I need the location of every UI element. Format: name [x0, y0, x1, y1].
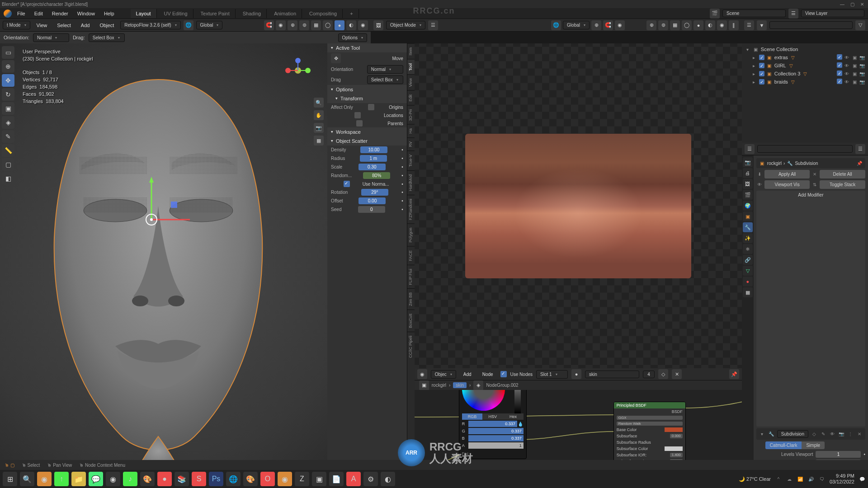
tab-hex[interactable]: Hex: [503, 413, 523, 420]
a-slider[interactable]: 1: [468, 442, 524, 449]
prop-tab-object[interactable]: ▣: [743, 211, 753, 221]
panel-transform[interactable]: Transform: [327, 94, 407, 103]
vtab-edit[interactable]: Edit: [407, 90, 415, 105]
prop-tab-render[interactable]: 📷: [743, 157, 753, 167]
prop-tab-physics[interactable]: ⚛: [743, 244, 753, 254]
window-minimize[interactable]: —: [838, 1, 846, 7]
menu-help[interactable]: Help: [100, 9, 118, 18]
cb-use-nodes[interactable]: [500, 371, 507, 377]
pause-icon[interactable]: ‖: [729, 20, 739, 30]
pin-icon[interactable]: 📌: [856, 160, 863, 166]
scale-tool[interactable]: ▣: [2, 102, 14, 115]
apply-icon[interactable]: ⬇: [756, 171, 763, 178]
scene-icon[interactable]: 🎬: [710, 9, 720, 19]
tb-app4-icon[interactable]: 🎨: [140, 472, 155, 486]
ne-add[interactable]: Add: [460, 371, 475, 378]
workspace-texpaint[interactable]: Texture Paint: [195, 9, 236, 18]
windows-taskbar[interactable]: ⊞ 🔍 ◉ ↑ 📁 💬 ◉ ♪ 🎨 ● 📚 S Ps 🌐 🎨 O ◉ Z ▣ 📄…: [0, 470, 868, 488]
cb-locations[interactable]: [354, 112, 361, 118]
tb-app3-icon[interactable]: ◉: [106, 472, 120, 486]
shading-matprev-icon[interactable]: ◐: [346, 20, 356, 30]
mod-edit-icon[interactable]: ✎: [820, 431, 826, 437]
mat-shield-icon[interactable]: ◇: [658, 369, 668, 379]
window-maximize[interactable]: ▢: [848, 1, 856, 7]
viewport-vis-button[interactable]: Viewport Vis: [764, 180, 810, 189]
simple-button[interactable]: Simple: [802, 441, 825, 449]
sh-solid-icon[interactable]: ●: [693, 20, 703, 30]
value-slider[interactable]: [514, 390, 521, 413]
prop-tab-material[interactable]: ●: [743, 277, 753, 286]
tb-blender-icon[interactable]: ◉: [37, 472, 52, 486]
g-slider[interactable]: 0.337: [468, 428, 524, 434]
r-slider[interactable]: 0.337: [468, 421, 517, 427]
toggle-stack-button[interactable]: Toggle Stack: [820, 180, 865, 189]
vtab-ha[interactable]: Ha: [407, 124, 415, 137]
drag-select[interactable]: Select Box: [367, 75, 403, 84]
levels-viewport-field[interactable]: 1: [816, 451, 861, 458]
tb-app5-icon[interactable]: ●: [157, 472, 172, 486]
mat-pin-icon[interactable]: 📌: [729, 369, 739, 379]
tb-whatsapp-icon[interactable]: 💬: [89, 472, 103, 486]
tb-chrome-icon[interactable]: 🌐: [226, 472, 241, 486]
tree-extras[interactable]: ▸▣extras▽ 👁▣📷: [745, 53, 865, 61]
snap-icon[interactable]: 🧲: [264, 20, 274, 30]
tb-app1-icon[interactable]: ↑: [54, 472, 69, 486]
eyedropper-icon[interactable]: 💧: [517, 421, 524, 427]
workspace-compositing[interactable]: Compositing: [304, 9, 343, 18]
rotation-field[interactable]: 29°: [361, 189, 388, 196]
mode-selector[interactable]: t Mode: [3, 21, 30, 29]
vtab-fzrandom[interactable]: FZRandomi: [407, 195, 415, 224]
tb-spotify-icon[interactable]: ♪: [123, 472, 137, 486]
measure-tool[interactable]: 📏: [2, 144, 14, 157]
window-close[interactable]: ✕: [858, 1, 866, 7]
select-tool[interactable]: ▭: [2, 46, 14, 59]
search-icon[interactable]: 🔍: [20, 472, 34, 486]
drag-dropdown[interactable]: Select Box: [89, 33, 125, 42]
vis-icon[interactable]: 👁: [756, 182, 763, 188]
vtab-face[interactable]: FACE: [407, 246, 415, 265]
toggle-icon[interactable]: ⇅: [811, 182, 818, 188]
hamburger-icon[interactable]: ☰: [428, 20, 438, 30]
prop-tab-constraint[interactable]: 🔗: [743, 255, 753, 265]
modifier-subdivision[interactable]: ▾🔧 Subdivision ◇ ✎ 👁 📷 ⋮ ✕: [756, 428, 865, 440]
panel-object-scatter[interactable]: Object Scatter: [327, 136, 407, 145]
menu-file[interactable]: File: [14, 9, 29, 18]
mat-users[interactable]: 4: [643, 371, 655, 378]
props-type-icon[interactable]: ☰: [745, 144, 755, 154]
overlay-toggle-icon[interactable]: ⊚: [299, 20, 309, 30]
tab-hsv[interactable]: HSV: [482, 413, 503, 420]
prop-edit-icon[interactable]: ◉: [276, 20, 286, 30]
3d-viewport[interactable]: ▭ ⊕ ✥ ↻ ▣ ◈ ✎ 📏 ▢ ◧ User Perspective (23…: [0, 43, 327, 488]
menu-window[interactable]: Window: [74, 9, 99, 18]
workspace-animation[interactable]: Animation: [269, 9, 302, 18]
tb-explorer-icon[interactable]: 📁: [71, 472, 86, 486]
vp-menu-add[interactable]: Add: [77, 21, 94, 29]
tree-scene-coll[interactable]: ▾▣Scene Collection: [745, 45, 865, 53]
mat-unlink-icon[interactable]: ✕: [672, 369, 682, 379]
tray-wifi-icon[interactable]: 📶: [797, 476, 803, 482]
tree-coll3[interactable]: ▸▣Collection 3▽ 👁▣📷: [745, 70, 865, 78]
ne-type-icon[interactable]: ◉: [417, 369, 427, 379]
panel-active-tool[interactable]: Active Tool: [327, 43, 407, 52]
tb-zbrush-icon[interactable]: Z: [295, 472, 309, 486]
gizmo-toggle-icon[interactable]: ⊕: [288, 20, 297, 30]
ne-node[interactable]: Node: [479, 371, 497, 378]
cb-use-normal[interactable]: [344, 181, 350, 187]
orient-select[interactable]: Normal: [367, 65, 403, 74]
viewlayer-icon[interactable]: ☰: [788, 9, 798, 19]
density-field[interactable]: 10.00: [360, 146, 387, 153]
tree-braids[interactable]: ▸▣braids▽ 👁▣📷: [745, 78, 865, 86]
ne-home-icon[interactable]: ▣: [419, 380, 429, 390]
offset-field[interactable]: 0.00: [359, 197, 386, 204]
prop-tab-world[interactable]: 🌍: [743, 201, 753, 211]
snap2-icon[interactable]: 🧲: [603, 20, 613, 30]
mod-vp-icon[interactable]: 👁: [829, 431, 835, 437]
workspace-layout[interactable]: Layout: [131, 9, 157, 18]
workspace-shading[interactable]: Shading: [237, 9, 267, 18]
tray-chevron-icon[interactable]: ^: [775, 476, 782, 482]
vtab-tool[interactable]: Tool: [407, 59, 415, 75]
mod-cage-icon[interactable]: ◇: [811, 431, 817, 437]
vp-menu-select[interactable]: Select: [53, 21, 75, 29]
xray-icon[interactable]: ▦: [311, 20, 321, 30]
prop-tab-view[interactable]: 🖼: [743, 179, 753, 189]
